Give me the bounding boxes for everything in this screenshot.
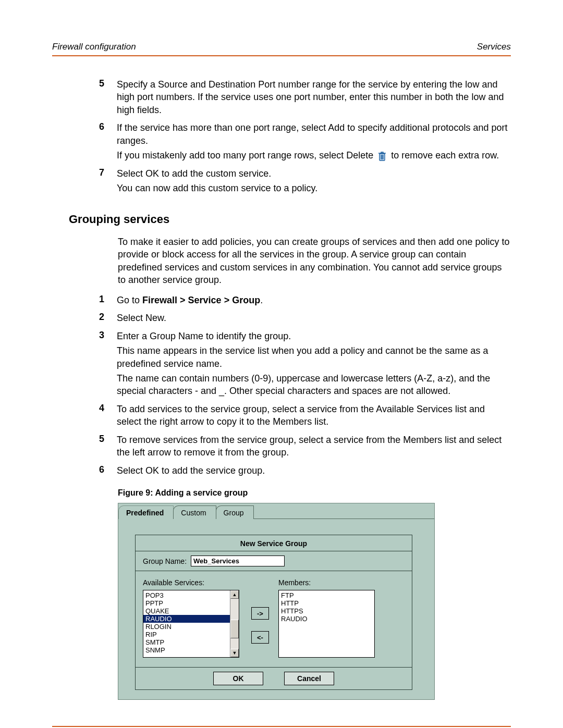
step-number: 3	[52, 330, 104, 400]
header-left: Firewall configuration	[52, 42, 136, 52]
step-number: 6	[52, 121, 104, 164]
step-body: If the service has more than one port ra…	[117, 121, 511, 164]
group-name-row: Group Name:	[136, 551, 412, 571]
step-line: Enter a Group Name to identify the group…	[117, 330, 511, 342]
step-item: 5Specify a Source and Destination Port n…	[52, 78, 511, 118]
available-item[interactable]: RIP	[143, 631, 230, 638]
step-line: If the service has more than one port ra…	[117, 121, 511, 147]
scroll-down-icon[interactable]: ▼	[230, 649, 239, 657]
available-listbox[interactable]: POP3PPTPQUAKERAUDIORLOGINRIPSMTPSNMP ▲ ▼	[143, 590, 239, 658]
step-body: To add services to the service group, se…	[117, 403, 511, 430]
step-number: 2	[52, 312, 104, 326]
step-item: 4To add services to the service group, s…	[52, 403, 511, 430]
step-body: Select OK to add the custom service.You …	[117, 167, 511, 197]
available-item[interactable]: RAUDIO	[143, 615, 230, 623]
available-item[interactable]: PPTP	[143, 599, 230, 607]
members-item[interactable]: FTP	[279, 591, 374, 599]
group-name-input[interactable]	[191, 556, 285, 566]
header-right: Services	[477, 42, 511, 52]
top-steps: 5Specify a Source and Destination Port n…	[52, 78, 511, 197]
page-footer: FortiGate-400 Installation and Configura…	[52, 726, 511, 728]
tabs-bar: Predefined Custom Group	[118, 503, 434, 519]
step-item: 7Select OK to add the custom service.You…	[52, 167, 511, 197]
section-heading: Grouping services	[69, 213, 511, 226]
step-body: Specify a Source and Destination Port nu…	[117, 78, 511, 118]
figure-panel: Predefined Custom Group New Service Grou…	[118, 503, 435, 700]
members-item[interactable]: RAUDIO	[279, 615, 374, 623]
members-item[interactable]: HTTP	[279, 599, 374, 607]
available-item[interactable]: QUAKE	[143, 607, 230, 615]
tab-group[interactable]: Group	[216, 505, 254, 519]
bold-path: Firewall > Service > Group	[142, 295, 260, 305]
dual-list-row: Available Services: POP3PPTPQUAKERAUDIOR…	[136, 571, 412, 667]
delete-icon	[377, 151, 387, 162]
members-listbox[interactable]: FTPHTTPHTTPSRAUDIO	[278, 590, 375, 658]
step-item: 3Enter a Group Name to identify the grou…	[52, 330, 511, 400]
step-body: To remove services from the service grou…	[117, 434, 511, 461]
available-item[interactable]: POP3	[143, 591, 230, 599]
available-label: Available Services:	[143, 578, 247, 587]
members-label: Members:	[278, 578, 383, 587]
step-line: Select OK to add the service group.	[117, 464, 511, 477]
step-item: 6If the service has more than one port r…	[52, 121, 511, 164]
scroll-up-icon[interactable]: ▲	[230, 590, 239, 599]
step-line: If you mistakenly add too many port rang…	[117, 149, 511, 162]
step-line: To remove services from the service grou…	[117, 434, 511, 459]
step-number: 7	[52, 167, 104, 197]
available-item[interactable]: SNMP	[143, 646, 230, 654]
step-line: Select OK to add the custom service.	[117, 167, 511, 180]
available-item[interactable]: SMTP	[143, 638, 230, 646]
step-line: The name can contain numbers (0-9), uppe…	[117, 372, 511, 398]
step-line: You can now add this custom service to a…	[117, 182, 511, 194]
panel-buttons: OK Cancel	[136, 667, 412, 689]
step-item: 5To remove services from the service gro…	[52, 434, 511, 461]
tab-predefined[interactable]: Predefined	[118, 505, 174, 519]
step-number: 5	[52, 434, 104, 461]
step-line: Specify a Source and Destination Port nu…	[117, 78, 511, 116]
section-intro: To make it easier to add policies, you c…	[118, 236, 511, 287]
step-body: Select New.	[117, 312, 511, 326]
available-scrollbar[interactable]: ▲ ▼	[230, 590, 239, 657]
step-line: To add services to the service group, se…	[117, 403, 511, 428]
step-number: 4	[52, 403, 104, 430]
step-line: Go to Firewall > Service > Group.	[117, 294, 511, 306]
scroll-thumb[interactable]	[230, 620, 239, 638]
step-line: Select New.	[117, 312, 511, 324]
panel-title: New Service Group	[136, 535, 412, 551]
remove-arrow-button[interactable]: <-	[251, 631, 269, 644]
step-item: 1Go to Firewall > Service > Group.	[52, 294, 511, 309]
step-item: 2Select New.	[52, 312, 511, 326]
available-item[interactable]: RLOGIN	[143, 623, 230, 631]
step-number: 1	[52, 294, 104, 309]
step-body: Go to Firewall > Service > Group.	[117, 294, 511, 309]
cancel-button[interactable]: Cancel	[284, 672, 334, 685]
step-line: This name appears in the service list wh…	[117, 344, 511, 370]
step-number: 5	[52, 78, 104, 118]
step-body: Enter a Group Name to identify the group…	[117, 330, 511, 400]
step-item: 6Select OK to add the service group.	[52, 464, 511, 479]
group-name-label: Group Name:	[143, 557, 187, 565]
page-header: Firewall configuration Services	[52, 42, 511, 56]
ok-button[interactable]: OK	[213, 672, 263, 685]
figure-caption: Figure 9: Adding a service group	[118, 488, 511, 498]
new-service-group-panel: New Service Group Group Name: Available …	[135, 535, 412, 690]
members-item[interactable]: HTTPS	[279, 607, 374, 615]
bottom-steps: 1Go to Firewall > Service > Group.2Selec…	[52, 294, 511, 479]
tab-custom[interactable]: Custom	[173, 505, 216, 519]
add-arrow-button[interactable]: ->	[251, 607, 269, 620]
step-body: Select OK to add the service group.	[117, 464, 511, 479]
step-number: 6	[52, 464, 104, 479]
